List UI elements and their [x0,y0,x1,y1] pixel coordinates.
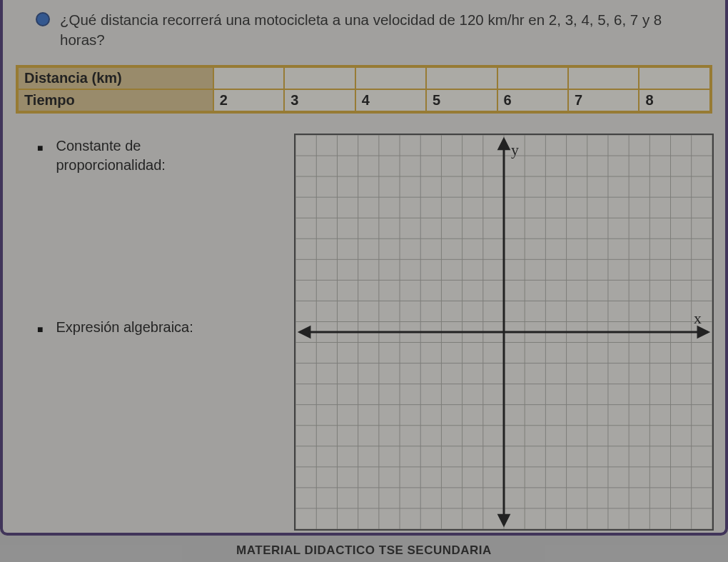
table-cell[interactable] [639,67,710,89]
table-cell: 8 [639,89,710,111]
table-cell: 3 [284,89,355,111]
table-cell: 7 [568,89,639,111]
table-cell[interactable] [284,67,355,89]
table-cell[interactable] [355,67,426,89]
coordinate-plane: y x [294,134,714,531]
table-cell: 6 [497,89,568,111]
data-table: Distancia (km) Tiempo 2 3 4 5 6 7 8 [16,65,712,114]
below-section: ■ Constante de proporcionalidad: ■ Expre… [16,134,712,531]
question-text: ¿Qué distancia recorrerá una motocicleta… [60,10,692,49]
table-row: Distancia (km) [18,67,710,89]
y-axis-label: y [511,141,519,159]
grid-svg: y x [295,135,712,529]
arrow-right-icon [698,327,708,337]
arrow-up-icon [499,139,509,149]
worksheet-frame: ¿Qué distancia recorrerá una motocicleta… [0,0,728,536]
left-prompts: ■ Constante de proporcionalidad: ■ Expre… [37,134,244,531]
row-header-distance: Distancia (km) [18,67,213,89]
prompt-expression-label: Expresión algebraica: [56,318,193,337]
table-cell: 4 [355,89,426,111]
prompt-expression: ■ Expresión algebraica: [37,318,244,337]
table-cell[interactable] [568,67,639,89]
square-bullet-icon: ■ [37,141,43,175]
arrow-down-icon [499,515,509,525]
row-header-time: Tiempo [18,89,213,111]
footer-text: MATERIAL DIDACTICO TSE SECUNDARIA [0,543,728,558]
table-cell: 2 [213,89,284,111]
question-block: ¿Qué distancia recorrerá una motocicleta… [16,10,712,49]
table-row: Tiempo 2 3 4 5 6 7 8 [18,89,710,111]
table-cell: 5 [426,89,497,111]
table-cell[interactable] [426,67,497,89]
bullet-dot-icon [36,12,50,26]
table-cell[interactable] [497,67,568,89]
prompt-constant-label: Constante de proporcionalidad: [56,136,244,175]
square-bullet-icon: ■ [37,323,43,337]
x-axis-label: x [694,310,702,327]
table-cell[interactable] [213,67,284,89]
arrow-left-icon [300,327,310,337]
prompt-constant: ■ Constante de proporcionalidad: [37,136,244,175]
